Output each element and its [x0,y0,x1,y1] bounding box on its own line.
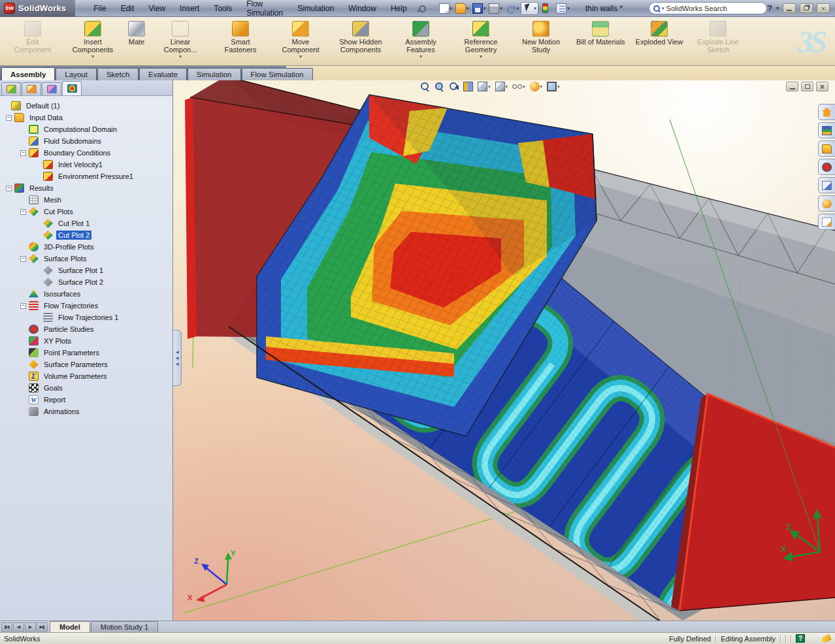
ribbon-button[interactable]: New Motion Study▾ [511,18,571,65]
tree-item[interactable]: Cut Plots [0,206,172,217]
tree-item[interactable]: Environment Pressure1 [0,170,172,182]
tree-item[interactable]: Fluid Subdomains [0,135,172,147]
minimize-button[interactable] [783,3,796,13]
tree-item[interactable]: 3D-Profile Plots [0,241,172,253]
tree-item[interactable]: Inlet Velocity1 [0,159,172,170]
quick-tool-button[interactable]: ▾ [555,3,571,14]
ribbon-button[interactable]: Linear Compon...▾ [150,18,210,65]
tree-item[interactable]: Goals [0,382,172,394]
chevron-down-icon[interactable]: ▾ [506,84,508,89]
pushpin-icon[interactable] [418,5,425,12]
tree-item[interactable]: Results [0,182,172,194]
tag-icon[interactable] [821,634,832,643]
chevron-down-icon[interactable]: ▾ [480,54,482,60]
menu-item[interactable]: File [87,2,112,15]
ribbon-button[interactable]: Mate▾ [123,18,150,65]
tree-item[interactable]: Surface Plot 2 [0,276,172,288]
quick-tool-button[interactable]: ▾ [454,3,470,14]
ribbon-button[interactable]: Assembly Features▾ [391,18,451,65]
ribbon-button[interactable]: Insert Components▾ [63,18,123,65]
chevron-down-icon[interactable]: ▾ [483,6,486,11]
menu-item[interactable]: Insert [173,2,206,15]
tree-item[interactable]: Mesh [0,194,172,206]
chevron-down-icon[interactable]: ▾ [534,6,536,11]
panel-splitter-handle[interactable]: ◀◀◀ [173,330,182,386]
command-tab[interactable]: Assembly [1,67,55,80]
search-input[interactable]: ▾ SolidWorks Search [649,2,767,14]
menu-item[interactable]: Simulation [291,2,340,15]
tree-item[interactable]: Surface Plot 1 [0,265,172,276]
chevron-down-icon[interactable]: ▾ [567,6,570,11]
restore-button[interactable] [800,3,813,13]
manager-panel-tab[interactable] [1,82,21,95]
task-pane-tab[interactable] [818,122,835,138]
tree-item[interactable]: Surface Plots [0,253,172,265]
tree-expander-icon[interactable] [20,150,26,156]
menu-item[interactable]: Edit [114,2,141,15]
quick-tips-icon[interactable]: ? [796,634,805,643]
tree-expander-icon[interactable] [20,303,26,309]
task-pane-tab[interactable] [818,104,835,120]
ribbon-button[interactable]: Reference Geometry▾ [451,18,511,65]
doc-minimize-button[interactable] [786,82,798,91]
chevron-down-icon[interactable]: ▾ [179,54,182,60]
ribbon-button[interactable]: Show Hidden Components▾ [331,18,391,65]
ribbon-button[interactable]: Smart Fasteners▾ [210,18,270,65]
ribbon-button[interactable]: Edit Component▾ [3,18,63,65]
manager-panel-tab[interactable] [22,82,41,95]
tree-item[interactable]: Input Data [0,112,172,123]
headsup-tool-icon[interactable]: ▾ [495,82,508,91]
tree-expander-icon[interactable] [6,185,12,191]
close-button[interactable]: × [817,3,830,13]
menu-item[interactable]: View [142,2,172,15]
tree-item[interactable]: Flow Trajectories 1 [0,312,172,323]
tree-item[interactable]: Flow Trajectories [0,300,172,312]
menu-item[interactable]: Window [342,2,383,15]
chevron-down-icon[interactable]: ▾ [91,54,94,60]
tree-item[interactable]: Default (1) [0,100,172,112]
sheet-nav-button[interactable]: ◀ [1,622,12,632]
chevron-down-icon[interactable]: ▾ [500,6,502,11]
quick-tool-button[interactable]: ▾ [521,2,538,15]
model-motion-tab[interactable]: Model [50,621,90,632]
manager-panel-tab[interactable] [42,82,61,95]
tree-item[interactable]: Volume Parameters [0,370,172,382]
ribbon-button[interactable]: Explode Line Sketch▾ [688,18,748,65]
tree-item[interactable]: Boundary Conditions [0,147,172,159]
chevron-down-icon[interactable]: ▾ [467,6,469,11]
command-tab[interactable]: Simulation [188,68,241,80]
graphics-viewport[interactable]: Z X Y Z X [173,80,835,620]
tree-item[interactable]: Particle Studies [0,323,172,335]
doc-close-button[interactable]: × [816,82,828,91]
task-pane-tab[interactable] [818,177,835,193]
chevron-down-icon[interactable]: ▾ [488,84,491,89]
chevron-down-icon[interactable]: ▾ [557,84,560,89]
chevron-down-icon[interactable]: ▾ [299,54,302,60]
task-pane-tab[interactable] [818,159,835,175]
command-tab[interactable]: Evaluate [139,68,187,80]
sheet-nav-button[interactable]: ▶ [25,622,36,632]
chevron-down-icon[interactable]: ▾ [662,6,664,11]
headsup-tool-icon[interactable]: ▾ [463,82,473,91]
menu-item[interactable]: Help [384,2,414,15]
tree-item[interactable]: Report [0,394,172,406]
sheet-nav-button[interactable]: ◀ [13,622,24,632]
sheet-nav-button[interactable]: ▶ [37,622,48,632]
ribbon-button[interactable]: Bill of Materials▾ [571,18,630,65]
task-pane-tab[interactable] [818,140,835,157]
tree-item[interactable]: XY Plots [0,335,172,347]
quick-tool-button[interactable]: ▾ [471,3,487,14]
quick-tool-button[interactable]: ▾ [504,3,521,14]
tree-expander-icon[interactable] [6,115,12,121]
headsup-tool-icon[interactable]: ▾ [512,82,525,91]
command-tab[interactable]: Sketch [97,68,139,80]
headsup-tool-icon[interactable]: ▾ [478,82,491,91]
doc-restore-button[interactable] [801,82,813,91]
tree-item[interactable]: Cut Plot 1 [0,217,172,229]
quick-tool-button[interactable]: ▾ [539,3,555,14]
task-pane-tab[interactable] [818,214,835,230]
chevron-down-icon[interactable]: ▾ [523,84,525,89]
model-motion-tab[interactable]: Motion Study 1 [91,621,158,632]
headsup-tool-icon[interactable]: ▾ [530,82,543,91]
tree-expander-icon[interactable] [20,209,26,215]
